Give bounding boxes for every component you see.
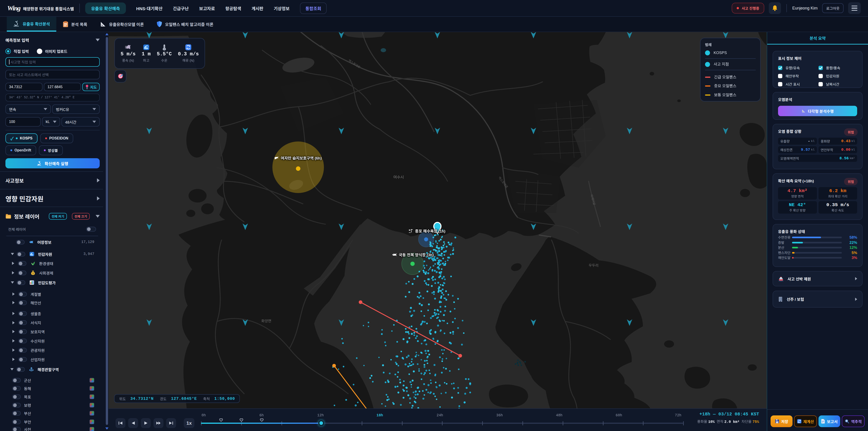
svg-text:우두리: 우두리 (589, 264, 598, 267)
svg-text:화양면: 화양면 (261, 319, 271, 323)
svg-text:여수시: 여수시 (393, 175, 404, 180)
svg-text:$: $ (32, 272, 34, 275)
